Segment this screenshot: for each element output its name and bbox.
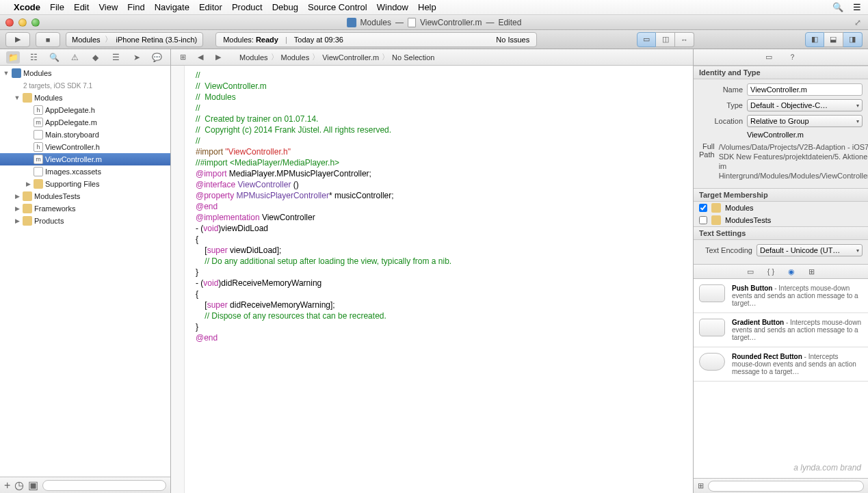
text-settings-title: Text Settings <box>694 226 868 240</box>
toggle-utilities-button[interactable]: ◨ <box>843 32 863 47</box>
status-issues: No Issues <box>496 36 529 44</box>
add-button[interactable]: + <box>4 479 10 492</box>
menu-window[interactable]: Window <box>377 2 408 12</box>
editor-mode-segment: ▭ ◫ ↔ <box>637 32 694 47</box>
menu-product[interactable]: Product <box>232 2 263 12</box>
menu-view[interactable]: View <box>98 2 118 12</box>
forward-button[interactable]: ▶ <box>211 51 226 64</box>
related-items-button[interactable]: ⊞ <box>175 51 190 64</box>
crumb-2[interactable]: ViewController.m <box>322 53 379 62</box>
crumb-project-icon <box>228 53 237 62</box>
activity-viewer: Modules: Ready | Today at 09:36 No Issue… <box>215 32 537 47</box>
debug-navigator-tab[interactable]: ☰ <box>109 51 123 64</box>
window-minimize-button[interactable] <box>18 18 27 27</box>
assistant-editor-button[interactable]: ◫ <box>656 32 675 47</box>
tree-row[interactable]: ▶ModulesTests <box>0 190 170 202</box>
library-item[interactable]: Rounded Rect Button - Intercepts mouse-d… <box>694 347 868 382</box>
log-navigator-tab[interactable]: 💬 <box>150 51 164 64</box>
location-file: ViewController.m <box>747 131 863 139</box>
object-library-tab[interactable]: ◉ <box>788 267 795 276</box>
window-titlebar: Modules — ViewController.m — Edited ⤢ <box>0 15 868 30</box>
project-tree[interactable]: ▼Modules2 targets, iOS SDK 7.1▼ModuleshA… <box>0 66 170 477</box>
tree-row[interactable]: ▶Supporting Files <box>0 178 170 190</box>
menu-debug[interactable]: Debug <box>272 2 298 12</box>
breakpoint-navigator-tab[interactable]: ➤ <box>130 51 144 64</box>
project-navigator-tab[interactable]: 📁 <box>6 51 20 64</box>
menu-navigate[interactable]: Navigate <box>155 2 189 12</box>
target-checkbox[interactable] <box>699 204 707 212</box>
recent-filter-icon[interactable]: ◷ <box>14 479 24 492</box>
toggle-debug-button[interactable]: ⬓ <box>824 32 843 47</box>
fullpath-label: Full Path <box>699 142 715 159</box>
stop-button[interactable]: ■ <box>36 32 60 47</box>
tree-row[interactable]: ▼Modules <box>0 92 170 104</box>
tree-row[interactable]: ▶Products <box>0 215 170 227</box>
target-row[interactable]: ModulesTests <box>694 214 868 226</box>
scm-filter-icon[interactable]: ▣ <box>28 479 38 492</box>
crumb-3[interactable]: No Selection <box>392 53 434 62</box>
window-close-button[interactable] <box>5 18 14 27</box>
tree-row[interactable]: mAppDelegate.m <box>0 116 170 129</box>
menu-edit[interactable]: Edit <box>74 2 89 12</box>
crumb-0[interactable]: Modules <box>239 53 268 62</box>
toggle-navigator-button[interactable]: ◧ <box>805 32 824 47</box>
back-button[interactable]: ◀ <box>193 51 208 64</box>
library-filter-bar: ⊞ <box>694 478 868 493</box>
code-editor[interactable]: //// ViewController.m// Modules//// Crea… <box>171 66 693 493</box>
file-inspector-tab[interactable]: ▭ <box>765 53 772 62</box>
test-navigator-tab[interactable]: ◆ <box>89 51 103 64</box>
symbol-navigator-tab[interactable]: ☷ <box>27 51 40 64</box>
library-filter-field[interactable] <box>708 481 864 492</box>
issue-navigator-tab[interactable]: ⚠ <box>68 51 81 64</box>
encoding-combo[interactable]: Default - Unicode (UT…▾ <box>757 244 863 256</box>
menubar: Xcode File Edit View Find Navigate Edito… <box>0 0 868 15</box>
menu-source-control[interactable]: Source Control <box>308 2 367 12</box>
crumb-1[interactable]: Modules <box>281 53 310 62</box>
version-editor-button[interactable]: ↔ <box>675 32 694 47</box>
navigator-filter-field[interactable] <box>42 480 166 491</box>
standard-editor-button[interactable]: ▭ <box>637 32 656 47</box>
status-time: Today at 09:36 <box>294 36 343 44</box>
menu-find[interactable]: Find <box>127 2 144 12</box>
target-row[interactable]: Modules <box>694 202 868 214</box>
library-item[interactable]: Gradient Button - Intercepts mouse-down … <box>694 313 868 347</box>
menu-help[interactable]: Help <box>418 2 436 12</box>
title-status: Edited <box>498 18 521 27</box>
code-snippet-library-tab[interactable]: { } <box>767 267 774 276</box>
tree-row[interactable]: mViewController.m <box>0 153 170 165</box>
navigator-tabs: 📁 ☷ 🔍 ⚠ ◆ ☰ ➤ 💬 <box>0 49 170 66</box>
run-button[interactable]: ▶ <box>5 32 30 47</box>
type-combo[interactable]: Default - Objective-C…▾ <box>747 99 863 111</box>
library-view-mode-icon[interactable]: ⊞ <box>698 481 704 490</box>
project-icon <box>347 18 356 27</box>
window-zoom-button[interactable] <box>31 18 40 27</box>
jump-bar: ⊞ ◀ ▶ Modules〉 Modules〉 ViewController.m… <box>171 49 693 66</box>
target-checkbox[interactable] <box>699 216 707 224</box>
library-item[interactable]: Push Button - Intercepts mouse-down even… <box>694 279 868 313</box>
file-template-library-tab[interactable]: ▭ <box>747 267 754 276</box>
quick-help-tab[interactable]: ？ <box>789 52 796 62</box>
tree-row[interactable]: hAppDelegate.h <box>0 104 170 116</box>
tree-row[interactable]: Images.xcassets <box>0 165 170 178</box>
tree-row[interactable]: Main.storyboard <box>0 129 170 141</box>
view-segment: ◧ ⬓ ◨ <box>805 32 863 47</box>
app-menu[interactable]: Xcode <box>14 2 40 12</box>
object-library[interactable]: Push Button - Intercepts mouse-down even… <box>694 279 868 478</box>
notification-center-icon[interactable]: ☰ <box>853 2 861 12</box>
spotlight-icon[interactable]: 🔍 <box>832 2 843 12</box>
location-combo[interactable]: Relative to Group▾ <box>747 115 863 127</box>
inspector-tabs: ▭ ？ <box>694 49 868 66</box>
media-library-tab[interactable]: ⊞ <box>808 267 815 276</box>
file-icon <box>408 18 416 27</box>
menu-file[interactable]: File <box>50 2 64 12</box>
title-project: Modules <box>360 18 391 27</box>
name-field[interactable]: ViewController.m <box>747 83 863 96</box>
menu-editor[interactable]: Editor <box>199 2 222 12</box>
tree-row[interactable]: ▼Modules <box>0 67 170 79</box>
tree-row[interactable]: hViewController.h <box>0 141 170 153</box>
fullscreen-button[interactable]: ⤢ <box>854 18 864 27</box>
scheme-selector[interactable]: Modules 〉 iPhone Retina (3.5-inch) <box>66 32 203 47</box>
title-file: ViewController.m <box>420 18 482 27</box>
find-navigator-tab[interactable]: 🔍 <box>47 51 61 64</box>
tree-row[interactable]: ▶Frameworks <box>0 202 170 215</box>
